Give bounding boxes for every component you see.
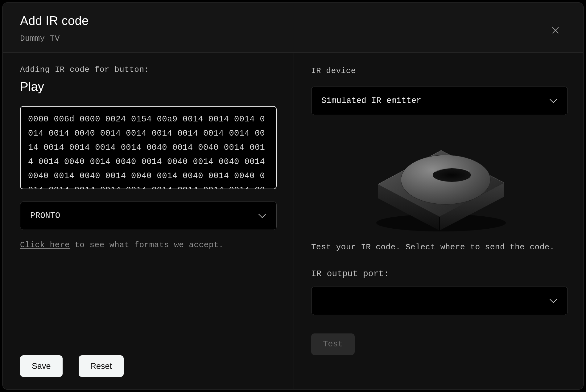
dialog-subtitle: Dummy TV <box>20 34 566 43</box>
dialog-header: Add IR code Dummy TV <box>3 3 583 53</box>
device-image-wrap <box>311 118 568 241</box>
test-button[interactable]: Test <box>311 333 355 355</box>
ir-device-label: IR device <box>311 66 568 76</box>
ir-device-select[interactable]: Simulated IR emitter <box>311 87 568 115</box>
dialog-title: Add IR code <box>20 14 566 28</box>
chevron-down-icon <box>549 298 558 304</box>
save-button[interactable]: Save <box>20 355 63 377</box>
format-select-value: PRONTO <box>30 211 60 220</box>
chevron-down-icon <box>549 98 558 104</box>
ir-output-port-select[interactable] <box>311 287 568 315</box>
device-image <box>359 124 520 235</box>
left-pane: Adding IR code for button: Play PRONTO C… <box>3 53 294 389</box>
right-pane: IR device Simulated IR emitter <box>294 53 584 389</box>
format-help-rest: to see what formats we accept. <box>70 240 224 250</box>
left-footer: Save Reset <box>20 343 276 377</box>
format-select[interactable]: PRONTO <box>20 202 277 230</box>
ir-device-select-value: Simulated IR emitter <box>321 96 421 105</box>
adding-label: Adding IR code for button: <box>20 65 276 74</box>
right-footer: Test <box>311 333 568 355</box>
close-icon <box>551 26 560 35</box>
dialog-body: Adding IR code for button: Play PRONTO C… <box>3 53 583 389</box>
add-ir-code-dialog: Add IR code Dummy TV Adding IR code for … <box>2 2 584 390</box>
reset-button[interactable]: Reset <box>79 355 124 377</box>
format-help-line: Click here to see what formats we accept… <box>20 240 276 250</box>
ir-output-port-label: IR output port: <box>311 269 568 279</box>
close-button[interactable] <box>550 25 561 36</box>
button-name: Play <box>20 80 276 94</box>
format-help-link[interactable]: Click here <box>20 240 70 250</box>
chevron-down-icon <box>258 213 266 218</box>
ir-code-input[interactable] <box>20 106 277 189</box>
test-description: Test your IR code. Select where to send … <box>311 243 568 252</box>
